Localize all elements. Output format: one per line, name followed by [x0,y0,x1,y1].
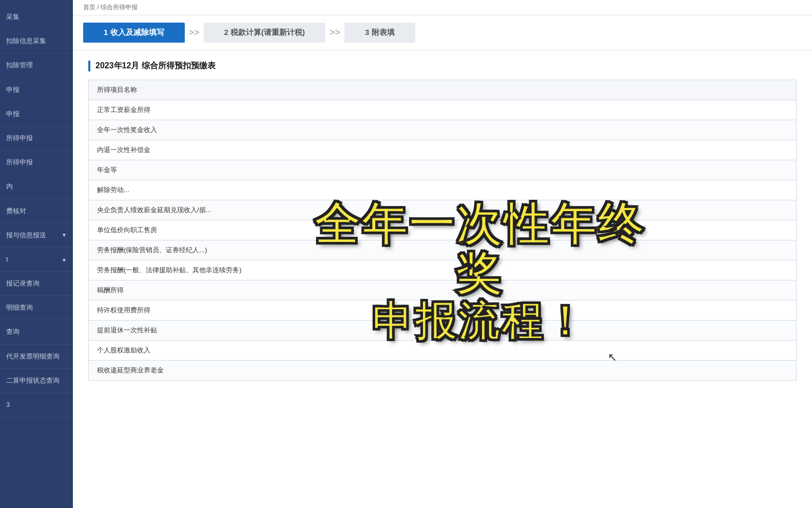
table-header-name: 所得项目名称 [89,80,797,100]
sidebar-item-chaxun[interactable]: 查询 [0,320,73,344]
income-table: 所得项目名称 正常工资薪金所得全年一次性奖金收入内退一次性补偿金年金等解除劳动.… [88,80,797,381]
step2-button[interactable]: 2 税款计算(请重新计税) [204,23,326,43]
main-area: 首页 / 综合所得申报 1 收入及减除填写 >> 2 税款计算(请重新计税) >… [73,0,812,508]
sidebar-item-mingxi-chaxun[interactable]: 明细查询 [0,296,73,320]
breadcrumb-current: 综合所得申报 [101,4,138,11]
step-arrow-1: >> [189,27,200,38]
table-row[interactable]: 劳务报酬(一般、法律援助补贴、其他非连续劳务) [89,260,797,280]
table-row[interactable]: 全年一次性奖金收入 [89,120,797,140]
sidebar-item-t[interactable]: t ▲ [0,248,73,272]
content-area: 2023年12月 综合所得预扣预缴表 所得项目名称 正常工资薪金所得全年一次性奖… [73,50,812,508]
table-row[interactable]: 特许权使用费所得 [89,300,797,321]
sidebar-item-fapiao-chaxun[interactable]: 代开发票明细查询 [0,345,73,369]
breadcrumb: 首页 / 综合所得申报 [73,0,812,15]
sidebar-item-nei[interactable]: 内 [0,175,73,199]
sidebar-item-suode-shenbao2[interactable]: 所得申报 [0,150,73,175]
step1-button[interactable]: 1 收入及减除填写 [83,23,185,43]
table-row[interactable]: 单位低价向职工售房 [89,220,797,240]
table-row[interactable]: 解除劳动... [89,180,797,200]
sidebar-item-jilu-chaxun[interactable]: 报记录查询 [0,272,73,296]
step3-button[interactable]: 3 附表填 [344,23,415,43]
sidebar-item-caiji[interactable]: 采集 [0,5,73,29]
sidebar-item-kouchu-caiji[interactable]: 扣除信息采集 [0,29,73,53]
table-row[interactable]: 年金等 [89,160,797,180]
sidebar-item-shenbao-chaxun[interactable]: 二算申报状态查询 [0,369,73,393]
table-row[interactable]: 个人股权激励收入 [89,341,797,361]
table-row[interactable]: 稿酬所得 [89,280,797,300]
sidebar-item-shenbao1[interactable]: 申报 [0,78,73,102]
table-row[interactable]: 央企负责人绩效薪金延期兑现收入/据... [89,200,797,220]
table-row[interactable]: 劳务报酬(保险营销员、证券经纪人...) [89,240,797,260]
table-row[interactable]: 正常工资薪金所得 [89,100,797,120]
table-row[interactable]: 税收递延型商业养老金 [89,361,797,381]
table-row[interactable]: 提前退休一次性补贴 [89,321,797,341]
step-arrow-2: >> [330,27,340,38]
sidebar-item-suode-shenbao[interactable]: 所得申报 [0,126,73,150]
sidebar-item-feijiao[interactable]: 费核对 [0,199,73,223]
breadcrumb-home[interactable]: 首页 [83,4,95,11]
sidebar-item-kouchu-guanli[interactable]: 扣除管理 [0,53,73,78]
sidebar: 采集 扣除信息采集 扣除管理 申报 申报 所得申报 所得申报 内 费核对 报与信… [0,0,73,508]
chevron-down-icon: ▼ [62,232,67,239]
chevron-up-icon: ▲ [62,256,67,263]
sidebar-item-bao-xinxi[interactable]: 报与信息报送 ▼ [0,223,73,248]
sidebar-item-3[interactable]: 3 [0,393,73,417]
steps-bar: 1 收入及减除填写 >> 2 税款计算(请重新计税) >> 3 附表填 [73,15,812,50]
breadcrumb-separator: / [97,4,101,11]
table-row[interactable]: 内退一次性补偿金 [89,140,797,160]
sidebar-item-shenbao2[interactable]: 申报 [0,102,73,126]
table-title: 2023年12月 综合所得预扣预缴表 [88,61,797,71]
